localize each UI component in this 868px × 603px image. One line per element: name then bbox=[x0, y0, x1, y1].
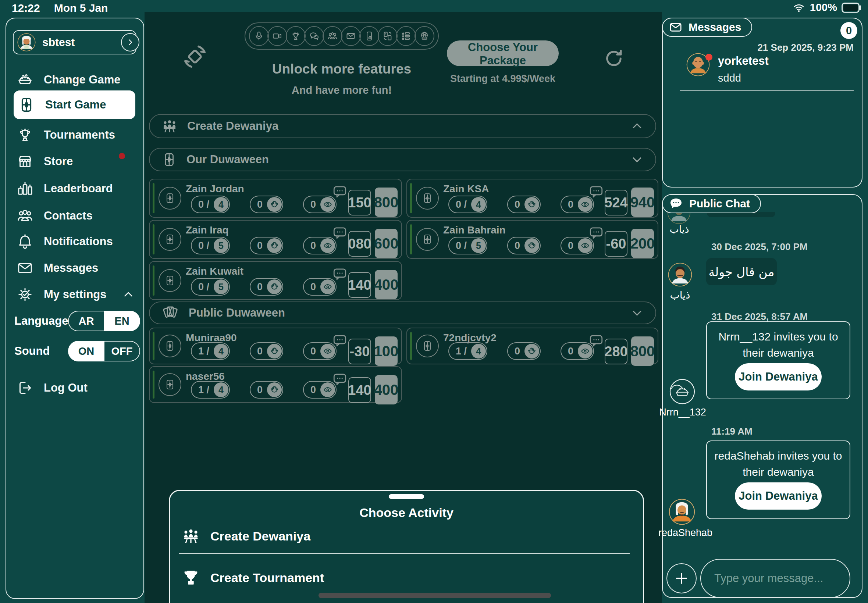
sidebar-item-my-settings[interactable]: My settings bbox=[17, 284, 137, 305]
room-card-zain-bahrain[interactable]: Zain Bahrain 0 /5 0 0 -60 200 bbox=[407, 220, 658, 259]
add-attachment-button[interactable] bbox=[667, 563, 696, 594]
promo-subtitle: And have more fun! bbox=[244, 84, 439, 96]
sidebar-item-notifications[interactable]: Notifications bbox=[17, 231, 137, 252]
room-card-72ndjcvty2[interactable]: 72ndjcvty2 1 /4 0 0 280 800 bbox=[407, 328, 658, 364]
drag-handle[interactable] bbox=[389, 494, 424, 499]
sound-off-button[interactable]: OFF bbox=[104, 341, 140, 362]
players-count-pill: 1 /4 bbox=[191, 342, 230, 360]
chevron-right-icon[interactable] bbox=[121, 33, 139, 51]
feature-chat-icon bbox=[304, 26, 324, 46]
messages-panel-tag[interactable]: Messages bbox=[662, 18, 752, 37]
eye-icon bbox=[320, 238, 335, 253]
sidebar-item-messages[interactable]: Messages bbox=[17, 257, 137, 279]
chat-timestamp: 11:19 AM bbox=[711, 426, 752, 437]
inviter-avatar bbox=[668, 499, 695, 525]
highfive-icon bbox=[267, 344, 282, 359]
message-preview: sddd bbox=[718, 72, 741, 84]
room-card-zain-kuwait[interactable]: Zain Kuwait 0 /5 0 0 140 400 bbox=[149, 261, 402, 300]
current-score: 280 bbox=[605, 339, 627, 364]
unread-count-badge: 0 bbox=[840, 22, 857, 39]
sender-name: yorketest bbox=[718, 54, 769, 68]
room-card-muniraa90[interactable]: Muniraa90 1 /4 0 0 -30 100 bbox=[149, 328, 402, 364]
players-count-pill: 0 /4 bbox=[191, 196, 230, 213]
public-chat-tag[interactable]: Public Chat bbox=[662, 194, 761, 213]
highfive-count-pill: 0 bbox=[250, 381, 283, 399]
language-en-button[interactable]: EN bbox=[104, 311, 140, 331]
unread-dot bbox=[706, 54, 712, 61]
trophy-icon bbox=[182, 569, 200, 587]
logout-button[interactable]: Log Out bbox=[17, 377, 137, 399]
chevron-up-icon[interactable] bbox=[630, 120, 644, 132]
sidebar-item-tournaments[interactable]: Tournaments bbox=[17, 124, 137, 145]
sidebar-item-leaderboard[interactable]: Leaderboard bbox=[17, 178, 137, 199]
join-dewaniya-button[interactable]: Join Dewaniya bbox=[735, 482, 822, 510]
room-name: Zain Iraq bbox=[186, 224, 229, 236]
sidebar-item-start-game[interactable]: Start Game bbox=[14, 90, 135, 119]
room-chat-icon[interactable] bbox=[332, 184, 348, 199]
feature-globe-icon: WWW bbox=[415, 26, 434, 46]
profile-card[interactable]: sbtest bbox=[13, 30, 136, 54]
chevron-down-icon[interactable] bbox=[630, 153, 644, 166]
room-logo-icon bbox=[158, 335, 181, 357]
players-count-pill: 0 /5 bbox=[191, 237, 230, 254]
current-score: 524 bbox=[605, 190, 627, 215]
create-dewaniya-icon bbox=[161, 118, 178, 134]
create-dewaniya-header[interactable]: Create Dewaniya bbox=[149, 114, 656, 138]
refresh-icon[interactable] bbox=[603, 48, 625, 70]
room-chat-icon[interactable] bbox=[588, 225, 604, 240]
our-duwaween-header[interactable]: Our Duwaween bbox=[149, 148, 656, 171]
sidebar-item-store[interactable]: Store bbox=[17, 151, 137, 172]
room-card-zain-iraq[interactable]: Zain Iraq 0 /5 0 0 080 600 bbox=[149, 220, 402, 259]
room-card-zain-jordan[interactable]: Zain Jordan 0 /4 0 0 150 800 bbox=[149, 179, 402, 218]
language-setting: Language AR EN bbox=[14, 310, 137, 332]
public-chat-panel: ذياب Public Chat 30 Dec 2025, 7:00 PM من… bbox=[662, 194, 862, 598]
chat-avatar bbox=[668, 263, 692, 287]
home-indicator[interactable] bbox=[319, 593, 551, 598]
sidebar: sbtest Change Game Start Game Tournament… bbox=[6, 18, 144, 599]
sidebar-item-change-game[interactable]: Change Game bbox=[17, 69, 137, 90]
players-count-pill: 0 /4 bbox=[448, 196, 487, 213]
target-score: 100 bbox=[375, 336, 398, 366]
store-icon bbox=[17, 153, 34, 170]
chat-message-input[interactable] bbox=[700, 559, 850, 598]
modal-option-create-tournament[interactable]: Create Tournament bbox=[182, 563, 631, 592]
chat-bubble-icon bbox=[668, 196, 683, 211]
language-toggle: AR EN bbox=[68, 311, 140, 331]
store-notification-dot bbox=[119, 153, 125, 159]
chevron-up-icon[interactable] bbox=[120, 289, 137, 300]
room-chat-icon[interactable] bbox=[332, 333, 348, 348]
inviter-name: redaShehab bbox=[658, 527, 708, 539]
chevron-down-icon[interactable] bbox=[630, 307, 644, 319]
dewaniya-invite-card: redaShehab invites you to their dewaniya… bbox=[706, 441, 850, 519]
choose-package-button[interactable]: Choose Your Package bbox=[447, 40, 559, 66]
modal-title: Choose Activity bbox=[170, 506, 643, 520]
sound-toggle: ON OFF bbox=[68, 341, 140, 362]
join-dewaniya-button[interactable]: Join Dewaniya bbox=[735, 363, 822, 391]
rotate-device-icon bbox=[181, 43, 209, 70]
invite-text: Nrrn__132 invites you to their dewaniya bbox=[714, 329, 842, 361]
room-card-naser56[interactable]: naser56 1 /4 0 0 140 400 bbox=[149, 366, 402, 403]
room-chat-icon[interactable] bbox=[332, 266, 348, 281]
watchers-count-pill: 0 bbox=[303, 278, 337, 295]
room-chat-icon[interactable] bbox=[332, 225, 348, 240]
room-logo-icon bbox=[416, 228, 439, 251]
room-chat-icon[interactable] bbox=[332, 371, 348, 387]
players-count-pill: 0 /5 bbox=[448, 237, 487, 254]
highfive-icon bbox=[525, 344, 539, 359]
room-chat-icon[interactable] bbox=[588, 184, 604, 199]
highfive-count-pill: 0 bbox=[250, 196, 283, 213]
public-duwaween-header[interactable]: Public Duwaween bbox=[149, 302, 656, 324]
room-chat-icon[interactable] bbox=[588, 333, 604, 348]
feature-phone-lock-icon bbox=[359, 26, 379, 46]
target-score: 940 bbox=[631, 187, 654, 217]
sound-on-button[interactable]: ON bbox=[68, 341, 104, 362]
eye-icon bbox=[578, 197, 593, 212]
language-ar-button[interactable]: AR bbox=[68, 311, 104, 331]
highfive-count-pill: 0 bbox=[250, 237, 283, 254]
room-card-zain-ksa[interactable]: Zain KSA 0 /4 0 0 524 940 bbox=[407, 179, 658, 218]
highfive-count-pill: 0 bbox=[507, 196, 541, 213]
target-score: 800 bbox=[631, 336, 654, 366]
sidebar-item-contacts[interactable]: Contacts bbox=[17, 205, 137, 226]
modal-option-create-dewaniya[interactable]: Create Dewaniya bbox=[182, 526, 631, 546]
chat-timestamp: 31 Dec 2025, 8:57 AM bbox=[711, 311, 808, 322]
